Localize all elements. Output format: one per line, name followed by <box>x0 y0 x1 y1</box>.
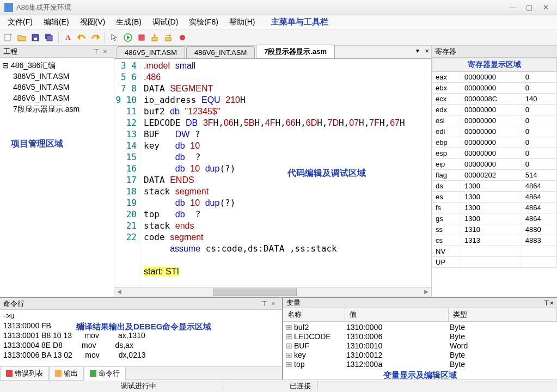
menu-debug[interactable]: 调试(D) <box>147 15 183 29</box>
variable-row[interactable]: ⊞buf21310:0000Byte <box>284 323 556 332</box>
tab[interactable]: 486V5_INT.ASM <box>117 46 185 58</box>
register-row[interactable]: NV <box>432 246 557 257</box>
register-row[interactable]: UP <box>432 257 557 268</box>
save-all-icon[interactable] <box>43 32 55 44</box>
tab-commandline[interactable]: 命令行 <box>84 366 126 381</box>
scroll-thumb[interactable] <box>213 289 297 296</box>
redo-icon[interactable] <box>89 32 101 44</box>
menu-help[interactable]: 帮助(H) <box>224 15 260 29</box>
annotation-project: 项目管理区域 <box>0 117 114 150</box>
step-over-icon[interactable] <box>163 32 175 44</box>
tree-root[interactable]: ⊟ 486_386汇编 <box>2 60 112 71</box>
annotation-menubar: 主菜单与工具栏 <box>271 17 328 27</box>
variable-row[interactable]: ⊞BUF1310:0010Word <box>284 341 556 351</box>
stop-icon[interactable] <box>136 32 148 44</box>
close-icon[interactable]: × <box>271 299 279 308</box>
project-panel: 工程 ⊤ × ⊟ 486_386汇编 386V5_INT.ASM 486V5_I… <box>0 46 114 297</box>
registers-table: 寄存器显示区域 eax000000000ebx000000000ecx00000… <box>432 58 557 268</box>
command-output[interactable]: ->u编译结果输出及DEBEG命令显示区域1313:0000 FB sti131… <box>0 310 282 366</box>
svg-rect-7 <box>152 38 157 41</box>
pointer-icon[interactable] <box>108 32 120 44</box>
register-row[interactable]: ds13004864 <box>432 181 557 192</box>
maximize-button[interactable]: ▢ <box>522 3 536 13</box>
toolbar-sep <box>58 32 59 43</box>
menu-build[interactable]: 生成(B) <box>111 15 147 29</box>
titlebar: A86集成开发环境 — ▢ ✕ <box>0 0 557 15</box>
step-into-icon[interactable] <box>149 32 161 44</box>
col-name[interactable]: 名称 <box>283 308 345 321</box>
register-row[interactable]: ecx0000008C140 <box>432 94 557 105</box>
register-row[interactable]: fs13004864 <box>432 203 557 213</box>
tree-file[interactable]: 486V5_INT.ASM <box>2 82 112 93</box>
tree-file[interactable]: 486V6_INT.ASM <box>2 93 112 103</box>
pin-icon[interactable]: ⊤ <box>93 47 101 56</box>
breakpoint-icon[interactable] <box>176 32 188 44</box>
run-icon[interactable] <box>122 32 134 44</box>
register-row[interactable]: eax000000000 <box>432 72 557 83</box>
undo-icon[interactable] <box>76 32 88 44</box>
svg-point-9 <box>180 35 185 40</box>
editor-area: 486V5_INT.ASM 486V6_INT.ASM 7段显示器显示.asm … <box>114 46 432 297</box>
code-editor[interactable]: 3 4 5 6 7 8 9 10 11 12 13 14 15 16 17 18… <box>114 59 431 287</box>
tab-errorlist[interactable]: 错误列表 <box>0 366 49 381</box>
register-row[interactable]: edi000000000 <box>432 126 557 137</box>
registers-annot: 寄存器显示区域 <box>432 58 557 72</box>
save-icon[interactable] <box>29 32 41 44</box>
tree-file[interactable]: 7段显示器显示.asm <box>2 103 112 114</box>
register-row[interactable]: eip000000000 <box>432 159 557 170</box>
register-row[interactable]: ebx000000000 <box>432 83 557 94</box>
code-text[interactable]: .model small .486 DATA SEGMENT io_addres… <box>140 59 431 287</box>
variable-row[interactable]: ⊞top1312:000aByte <box>284 360 556 369</box>
text-icon[interactable]: A <box>62 32 74 44</box>
annotation-variables: 变量显示及编辑区域 <box>283 370 557 381</box>
menu-view[interactable]: 视图(V) <box>75 15 111 29</box>
status-left: 调试进行中 <box>114 381 223 391</box>
close-icon[interactable]: × <box>103 47 111 56</box>
tab-close-icon[interactable]: × <box>425 47 429 55</box>
close-icon[interactable]: × <box>549 299 554 307</box>
variables-header: 变量 ⊤ × <box>283 298 557 308</box>
register-row[interactable]: flag00000202514 <box>432 170 557 181</box>
register-row[interactable]: ebp000000000 <box>432 137 557 148</box>
status-right: 已连接 <box>283 381 318 391</box>
register-row[interactable]: ss13104880 <box>432 224 557 235</box>
project-tree[interactable]: ⊟ 486_386汇编 386V5_INT.ASM 486V5_INT.ASM … <box>0 58 114 117</box>
pin-icon[interactable]: ⊤ <box>261 299 269 308</box>
register-row[interactable]: edx000000000 <box>432 105 557 115</box>
register-row[interactable]: es13004864 <box>432 192 557 203</box>
tree-file[interactable]: 386V5_INT.ASM <box>2 71 112 82</box>
bottom-area: 命令行 ⊤ × ->u编译结果输出及DEBEG命令显示区域1313:0000 F… <box>0 297 557 379</box>
register-row[interactable]: cs13134883 <box>432 235 557 246</box>
tab-output[interactable]: 输出 <box>49 366 84 381</box>
registers-header: 寄存器 <box>432 46 557 58</box>
app-icon <box>4 3 13 12</box>
command-title: 命令行 <box>3 299 261 309</box>
col-value[interactable]: 值 <box>345 308 449 321</box>
variables-body[interactable]: ⊞buf21310:0000Byte⊞LEDCODE1310:0006Byte⊞… <box>283 322 557 370</box>
svg-rect-2 <box>34 38 37 40</box>
open-folder-icon[interactable] <box>16 32 28 44</box>
variables-columns: 名称 值 类型 <box>283 308 557 322</box>
close-button[interactable]: ✕ <box>538 3 553 13</box>
menu-edit[interactable]: 编辑(E) <box>38 15 75 29</box>
register-row[interactable]: esp000000000 <box>432 148 557 159</box>
variable-row[interactable]: ⊞LEDCODE1310:0006Byte <box>284 332 556 341</box>
menubar: 文件(F) 编辑(E) 视图(V) 生成(B) 调试(D) 实验(F8) 帮助(… <box>0 15 557 29</box>
pin-icon[interactable]: ⊤ <box>543 299 549 307</box>
project-title: 工程 <box>3 47 93 57</box>
minimize-button[interactable]: — <box>506 3 520 13</box>
register-row[interactable]: gs13004864 <box>432 213 557 224</box>
register-row[interactable]: esi000000000 <box>432 115 557 126</box>
menu-file[interactable]: 文件(F) <box>2 15 38 29</box>
horizontal-scrollbar[interactable]: ◄ ► <box>114 287 431 297</box>
col-type[interactable]: 类型 <box>449 308 557 321</box>
toolbar-sep <box>105 32 105 43</box>
tab-dropdown-icon[interactable]: ▼ <box>415 48 420 54</box>
tab-active[interactable]: 7段显示器显示.asm <box>256 45 335 58</box>
scroll-track[interactable] <box>124 287 421 297</box>
tab[interactable]: 486V6_INT.ASM <box>186 46 255 58</box>
menu-experiment[interactable]: 实验(F8) <box>183 15 224 29</box>
variable-row[interactable]: ⊞key1310:0012Byte <box>284 351 556 360</box>
new-file-icon[interactable] <box>2 32 14 44</box>
svg-rect-0 <box>5 34 10 41</box>
